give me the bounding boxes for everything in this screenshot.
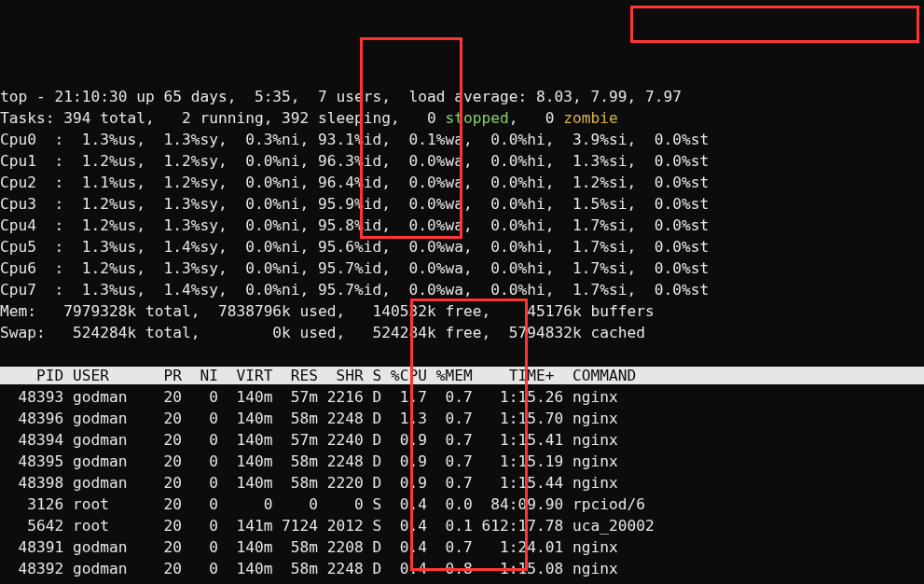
cpu-line: Cpu2 : 1.1%us, 1.2%sy, 0.0%ni, 96.4%id, … <box>0 174 709 191</box>
cpu-line: Cpu4 : 1.2%us, 1.3%sy, 0.0%ni, 95.8%id, … <box>0 216 709 234</box>
cpu-line: Cpu6 : 1.2%us, 1.3%sy, 0.0%ni, 95.7%id, … <box>0 259 709 277</box>
swap-line: Swap: 524284k total, 0k used, 524284k fr… <box>0 324 645 341</box>
cpu-line: Cpu1 : 1.2%us, 1.2%sy, 0.0%ni, 96.3%id, … <box>0 152 709 170</box>
cpu-line: Cpu7 : 1.3%us, 1.4%sy, 0.0%ni, 95.7%id, … <box>0 281 709 299</box>
mem-line: Mem: 7979328k total, 7838796k used, 1405… <box>0 302 655 320</box>
highlight-load-average <box>630 6 919 43</box>
process-row: 3126 root 20 0 0 0 0 S 0.4 0.0 84:09.90 … <box>0 495 645 513</box>
top-summary: top - 21:10:30 up 65 days, 5:35, 7 users… <box>0 88 682 105</box>
cpu-line: Cpu5 : 1.3%us, 1.4%sy, 0.0%ni, 95.6%id, … <box>0 238 709 256</box>
highlight-process-state <box>410 299 528 571</box>
tasks-line: Tasks: 394 total, 2 running, 392 sleepin… <box>0 109 618 127</box>
cpu-line: Cpu3 : 1.2%us, 1.3%sy, 0.0%ni, 95.9%id, … <box>0 195 709 213</box>
highlight-cpu-idle <box>360 37 462 239</box>
cpu-line: Cpu0 : 1.3%us, 1.3%sy, 0.3%ni, 93.1%id, … <box>0 131 709 148</box>
process-row: 5642 root 20 0 141m 7124 2012 S 0.4 0.1 … <box>0 517 655 535</box>
